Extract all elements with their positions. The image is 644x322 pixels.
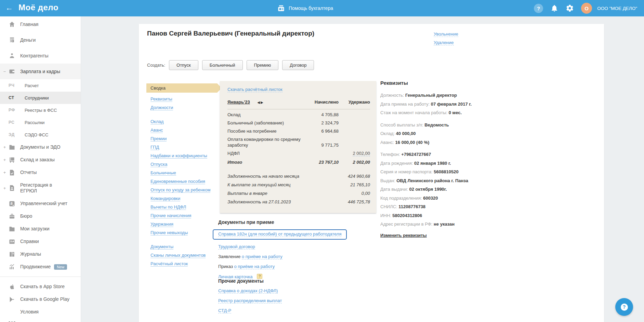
sidebar-item-moi-zagruzki[interactable]: Мои загрузки	[0, 223, 81, 235]
link-gpd[interactable]: ГПД	[150, 145, 159, 150]
accrued-column-header: Начислено	[304, 99, 339, 105]
link-oklad[interactable]: Оклад	[150, 119, 163, 124]
detail-row: Дата рождения: 02 января 1980 г.	[380, 159, 507, 168]
details-title: Реквизиты	[380, 80, 507, 86]
sidebar-item-dokumenty-i-edo[interactable]: + Документы и ЭДО	[0, 141, 81, 153]
accountant-help-button[interactable]: Помощь бухгалтера	[277, 0, 333, 16]
expand-icon[interactable]: +	[2, 170, 8, 175]
sidebar-item-sotrudniki[interactable]: СТ Сотрудники	[0, 92, 81, 104]
create-vacation-button[interactable]: Отпуск	[169, 60, 198, 70]
sidebar-item-dengi[interactable]: Деньги	[0, 32, 81, 48]
link-vychety-po-ndfl[interactable]: Вычеты по НДФЛ	[150, 205, 186, 210]
sidebar-item-usloviya[interactable]: Условия	[0, 306, 81, 318]
link-prochie-nachisleniya[interactable]: Прочие начисления	[150, 213, 191, 218]
expand-icon[interactable]: +	[2, 145, 8, 150]
prikaz-o-prieme-link[interactable]: о приёме на работу	[234, 264, 275, 269]
link-komandirovki[interactable]: Командировки	[150, 196, 180, 201]
notifications-bell-icon[interactable]	[550, 4, 558, 12]
settings-gear-icon[interactable]	[566, 4, 574, 12]
help-fab-button[interactable]: ?	[615, 298, 633, 316]
link-otpusk-po-uhodu[interactable]: Отпуск по уходу за ребенком	[150, 188, 210, 193]
sidebar-item-spravki[interactable]: Справки	[0, 235, 81, 248]
ndfl-amount-link[interactable]: 2 002,00	[353, 151, 370, 156]
detail-row: Выдан: ОВД Ленинского района г. Панза	[380, 176, 507, 185]
sidebar-item-upravlencheskiy-uchet[interactable]: ₽ Управленческий учет	[0, 197, 81, 210]
tab-svodka[interactable]: Сводка	[146, 83, 222, 93]
detail-row: Должность: Генеральный директор	[380, 91, 507, 100]
back-arrow-icon[interactable]: ←	[5, 3, 13, 13]
link-raschetnyy-listok[interactable]: Расчётный листок	[150, 261, 188, 267]
reestr-raspredeleniya-vyplat-link[interactable]: Реестр распределения выплат	[218, 298, 282, 304]
sidebar-item-sklad-i-zakazy[interactable]: + Склад и заказы	[0, 153, 81, 166]
spravka-182n-link[interactable]: Справка 182н (для пособий) от предыдущег…	[218, 231, 341, 237]
trudovoy-dogovor-link[interactable]: Трудовой договор	[218, 244, 255, 250]
std-r-link[interactable]: СТД-Р	[218, 308, 231, 313]
create-contract-button[interactable]: Договор	[282, 60, 314, 70]
doc-item: Заявление о приёме на работу	[218, 254, 347, 259]
sidebar-item-reestry-v-fss[interactable]: РФ Реестры в ФСС	[0, 104, 81, 116]
link-premii[interactable]: Премии	[150, 136, 167, 142]
download-payslip-link[interactable]: Скачать расчётный листок	[227, 87, 282, 92]
dismiss-link[interactable]: Увольнение	[434, 31, 458, 37]
sidebar-item-zhurnaly[interactable]: Журналы	[0, 248, 81, 260]
zayavlenie-o-prieme-link[interactable]: о приёме на работу	[242, 254, 282, 259]
user-avatar[interactable]: O	[581, 3, 592, 14]
detail-row: Способ выплаты з/п: Ведомость	[380, 121, 507, 130]
create-bonus-button[interactable]: Премию	[247, 60, 279, 70]
spravka-2ndfl-link[interactable]: Справка о доходах (2-НДФЛ)	[218, 288, 278, 294]
sidebar-item-raschet[interactable]: РЧ Расчет	[0, 79, 81, 92]
edit-details-link[interactable]: Изменить реквизиты	[380, 233, 427, 238]
link-otpuska[interactable]: Отпуска	[150, 162, 167, 167]
sidebar-item-glavnaya[interactable]: Главная	[0, 16, 81, 32]
help-icon[interactable]: ?	[534, 4, 543, 13]
link-prochie-nevyhody[interactable]: Прочие невыходы	[150, 230, 188, 236]
detail-row: Код подразделения: 600320	[380, 194, 507, 203]
sidebar-item-rassylki[interactable]: РС Рассылки	[0, 116, 81, 129]
prev-month-icon[interactable]: ◀	[257, 100, 261, 104]
link-rekvizity[interactable]: Реквизиты	[150, 97, 172, 102]
management-accounting-icon: ₽	[9, 200, 15, 207]
company-name[interactable]: ООО "МОЕ ДЕЛО"	[597, 6, 637, 11]
link-dokumenty[interactable]: Документы	[150, 244, 173, 250]
money-icon	[9, 37, 15, 43]
sidebar-item-more[interactable]: +	[0, 318, 81, 322]
employee-subnav: Сводка Реквизиты Должности Оклад Аванс П…	[146, 83, 222, 270]
sidebar-item-byuro[interactable]: Бюро	[0, 210, 81, 223]
detail-row: Адрес регистрации в РФ: не указан	[380, 220, 507, 229]
doc-item: Трудовой договор	[218, 244, 347, 250]
payslip-header: Январь'23 ◀▶ Начислено Удержано	[227, 99, 370, 109]
sidebar-item-prodvizhenie[interactable]: Продвижение New	[0, 260, 81, 273]
payslip-row: НДФЛ 2 002,00	[227, 148, 370, 156]
collapse-icon[interactable]: −	[2, 69, 8, 74]
month-selector[interactable]: Январь'23	[227, 99, 250, 105]
page-title: Панов Сергей Валерьевич (Генеральный дир…	[147, 30, 314, 37]
link-nadbavki[interactable]: Надбавки и коэффициенты	[150, 153, 207, 159]
link-avans[interactable]: Аванс	[150, 128, 163, 133]
link-dolzhnosti[interactable]: Должности	[150, 105, 173, 110]
delete-link[interactable]: Удаление	[434, 40, 454, 45]
doc-item: Реестр распределения выплат	[218, 298, 282, 304]
sidebar-item-kontragenty[interactable]: Контрагенты	[0, 48, 81, 64]
detail-row: Дата приема на работу: 07 февраля 2017 г…	[380, 100, 507, 109]
sidebar-item-google-play[interactable]: Скачать в Google Play	[0, 293, 81, 306]
sidebar-item-app-store[interactable]: Скачать в App Store	[0, 280, 81, 293]
expand-icon[interactable]: +	[2, 186, 8, 191]
payslip-total-row: Итого23 767,102 002,00	[227, 156, 370, 165]
link-edinovremennye-posobiya[interactable]: Единовременные пособия	[150, 179, 205, 184]
app-logo[interactable]: Моё дело	[18, 3, 58, 12]
link-bolnichnye[interactable]: Больничные	[150, 171, 176, 176]
payslip-row: Оклад4 705,88	[227, 109, 370, 118]
sidebar-item-zarplata-i-kadry[interactable]: − Зарплата и кадры	[0, 64, 81, 79]
expand-icon[interactable]: +	[2, 157, 8, 162]
sidebar-item-registratsiya-v-egrul[interactable]: + Регистрация в ЕГРЮЛ	[0, 179, 81, 197]
doc-item: Приказ о приёме на работу	[218, 264, 347, 269]
link-uderzhaniya[interactable]: Удержания	[150, 222, 173, 227]
home-icon	[9, 21, 15, 28]
sidebar-item-otchety[interactable]: + Отчеты	[0, 166, 81, 179]
next-month-icon[interactable]: ▶	[261, 100, 264, 104]
create-sick-leave-button[interactable]: Больничный	[202, 60, 243, 70]
link-skany-lichnyh-dokumentov[interactable]: Сканы личных документов	[150, 253, 206, 258]
hiring-documents-title: Документы при приеме	[218, 219, 347, 225]
downloads-folder-icon	[9, 226, 15, 232]
sidebar-item-sedo-fss[interactable]: ЭД СЭДО ФСС	[0, 129, 81, 141]
